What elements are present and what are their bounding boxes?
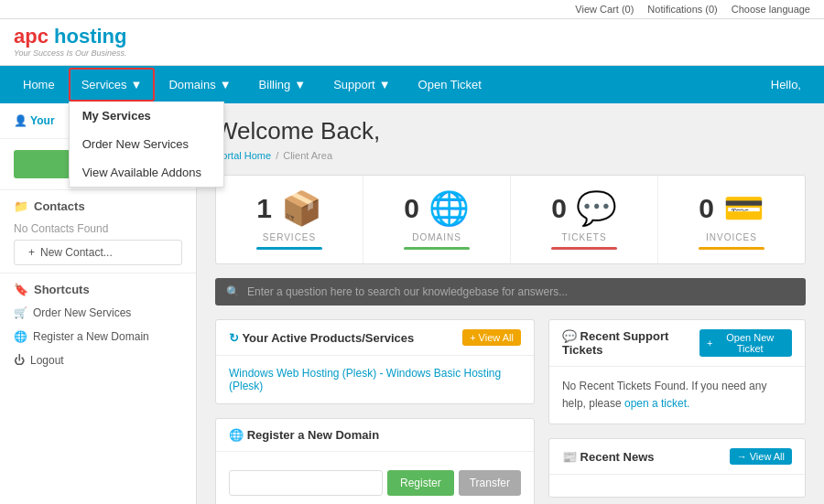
shortcut-order-services[interactable]: 🛒 Order New Services [0, 301, 196, 325]
domain-input[interactable] [229, 470, 383, 496]
register-domain-title: Register a New Domain [247, 428, 380, 442]
right-column: 💬 Recent Support Tickets + Open New Tick… [548, 319, 806, 504]
nav-domains[interactable]: Domains ▼ [155, 66, 244, 103]
search-icon: 🔍 [226, 285, 240, 298]
search-bar: 🔍 [215, 278, 806, 306]
service-link[interactable]: Windows Web Hosting (Plesk) - Windows Ba… [229, 367, 501, 392]
news-icon: 📰 [562, 450, 577, 464]
shortcuts-section: 🔖 Shortcuts [0, 273, 196, 301]
nav-bar: Home Services ▼ My Services Order New Se… [0, 66, 824, 103]
no-tickets-text: No Recent Tickets Found. If you need any… [562, 378, 792, 413]
two-col-layout: ↻ Your Active Products/Services + View A… [215, 319, 806, 504]
breadcrumb-client-area: Client Area [283, 150, 332, 161]
stat-domains-inner: 0 🌐 [404, 189, 470, 228]
cart-icon: 🛒 [14, 306, 27, 319]
shortcuts-label: Shortcuts [34, 283, 90, 296]
register-domain-label: Register a New Domain [33, 330, 149, 343]
chevron-icon: ▼ [220, 78, 232, 91]
support-tickets-body: No Recent Tickets Found. If you need any… [549, 367, 805, 424]
refresh-icon: ↻ [229, 331, 239, 345]
support-tickets-card: 💬 Recent Support Tickets + Open New Tick… [548, 319, 806, 424]
stat-invoices: 0 💳 INVOICES [658, 176, 805, 263]
nav-open-ticket[interactable]: Open Ticket [405, 66, 495, 103]
active-products-body: Windows Web Hosting (Plesk) - Windows Ba… [216, 356, 534, 403]
logout-icon: ⏻ [14, 354, 25, 367]
contacts-section: 📁 Contacts [0, 189, 196, 218]
nav-billing[interactable]: Billing ▼ [245, 66, 320, 103]
notifications[interactable]: Notifications (0) [647, 4, 717, 15]
open-ticket-link[interactable]: open a ticket. [624, 397, 689, 410]
stat-services-inner: 1 📦 [256, 189, 322, 228]
stat-invoices-number: 0 [699, 193, 714, 224]
stat-services-bar [256, 247, 322, 250]
breadcrumb-separator: / [276, 150, 278, 161]
folder-icon: 📁 [14, 199, 28, 213]
chat-card-icon: 💬 [562, 329, 577, 343]
services-dropdown-menu: My Services Order New Services View Avai… [69, 102, 224, 188]
register-domain-button[interactable]: Register [387, 470, 454, 496]
view-all-label: View All [479, 332, 514, 343]
choose-language[interactable]: Choose language [732, 4, 810, 15]
stat-domains: 0 🌐 DOMAINS [363, 176, 511, 263]
logo-text: apc hosting [14, 27, 127, 47]
active-products-title-group: ↻ Your Active Products/Services [229, 331, 414, 345]
chevron-icon: ▼ [294, 78, 306, 91]
recent-news-body [549, 475, 805, 497]
header: apc hosting Your Success Is Our Business… [0, 19, 824, 66]
globe-icon: 🌐 [14, 330, 27, 343]
view-all-products-button[interactable]: + View All [462, 329, 521, 346]
main-content: Welcome Back, Portal Home / Client Area … [197, 103, 824, 504]
logo: apc hosting Your Success Is Our Business… [14, 27, 127, 58]
active-products-card: ↻ Your Active Products/Services + View A… [215, 319, 535, 404]
shortcut-register-domain[interactable]: 🌐 Register a New Domain [0, 325, 196, 349]
dropdown-view-addons[interactable]: View Available Addons [70, 158, 223, 187]
active-products-title: Your Active Products/Services [242, 331, 414, 345]
plus-icon: + [470, 332, 475, 343]
services-label: Services [81, 78, 127, 91]
register-domain-card: 🌐 Register a New Domain Register Transfe… [215, 418, 535, 504]
open-new-ticket-button[interactable]: + Open New Ticket [699, 329, 792, 357]
stat-tickets-label: TICKETS [561, 232, 606, 242]
view-cart[interactable]: View Cart (0) [575, 4, 634, 15]
card-icon: 💳 [723, 189, 764, 228]
globe-card-icon: 🌐 [229, 428, 244, 442]
search-input[interactable] [247, 285, 795, 298]
no-contacts-text: No Contacts Found [0, 218, 196, 240]
view-all-news-label: → View All [737, 451, 785, 462]
register-domain-title-group: 🌐 Register a New Domain [229, 428, 379, 442]
support-tickets-header: 💬 Recent Support Tickets + Open New Tick… [549, 320, 805, 367]
nav-hello: Hello, [757, 66, 815, 103]
nav-services[interactable]: Services ▼ [69, 68, 156, 102]
stat-tickets-inner: 0 💬 [551, 189, 617, 228]
transfer-domain-button[interactable]: Transfer [459, 470, 521, 496]
stat-domains-number: 0 [404, 193, 419, 224]
stat-invoices-bar [699, 247, 764, 250]
stat-services-label: SERVICES [263, 232, 316, 242]
stat-tickets-bar [551, 247, 617, 250]
active-products-header: ↻ Your Active Products/Services + View A… [216, 320, 534, 356]
dropdown-order-new-services[interactable]: Order New Services [70, 130, 223, 158]
register-domain-body: Register Transfer [216, 452, 534, 504]
view-all-news-button[interactable]: → View All [730, 448, 792, 465]
support-tickets-title: Recent Support Tickets [562, 329, 668, 357]
stat-tickets-number: 0 [551, 193, 567, 224]
plus-icon: + [28, 246, 35, 259]
dropdown-my-services[interactable]: My Services [70, 102, 223, 130]
new-contact-label: New Contact... [40, 246, 113, 259]
top-bar: View Cart (0) Notifications (0) Choose l… [0, 0, 824, 19]
register-domain-header: 🌐 Register a New Domain [216, 419, 534, 452]
stat-domains-bar [404, 247, 470, 250]
order-services-label: Order New Services [33, 306, 131, 319]
recent-news-title-group: 📰 Recent News [562, 450, 655, 464]
nav-support[interactable]: Support ▼ [320, 66, 404, 103]
new-contact-button[interactable]: + New Contact... [14, 240, 182, 265]
logo-apc: apc [14, 25, 49, 48]
chat-icon: 💬 [576, 189, 617, 228]
contacts-label: Contacts [34, 199, 85, 213]
recent-news-title: Recent News [580, 450, 655, 464]
nav-home[interactable]: Home [9, 66, 69, 103]
breadcrumb: Portal Home / Client Area [215, 150, 806, 161]
stat-services-number: 1 [256, 193, 272, 224]
shortcut-logout[interactable]: ⏻ Logout [0, 349, 196, 372]
logout-label: Logout [30, 354, 64, 367]
